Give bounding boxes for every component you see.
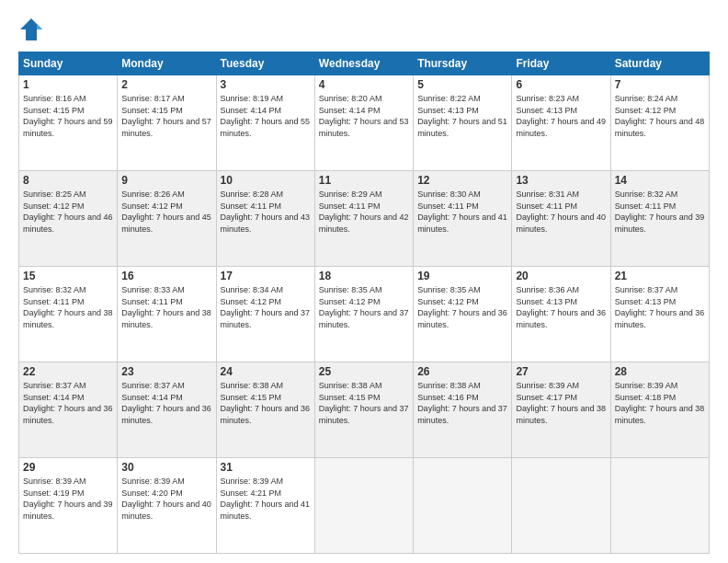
- col-header-monday: Monday: [118, 52, 216, 75]
- day-number: 4: [319, 78, 409, 91]
- calendar-cell: 27Sunrise: 8:39 AMSunset: 4:17 PMDayligh…: [512, 362, 610, 458]
- calendar-cell: 26Sunrise: 8:38 AMSunset: 4:16 PMDayligh…: [414, 362, 512, 458]
- calendar-cell: 20Sunrise: 8:36 AMSunset: 4:13 PMDayligh…: [512, 267, 610, 362]
- calendar-cell: 19Sunrise: 8:35 AMSunset: 4:12 PMDayligh…: [414, 267, 512, 362]
- logo-icon: [18, 17, 44, 42]
- calendar-cell: 28Sunrise: 8:39 AMSunset: 4:18 PMDayligh…: [610, 362, 709, 458]
- calendar-cell: 17Sunrise: 8:34 AMSunset: 4:12 PMDayligh…: [216, 267, 314, 362]
- page: SundayMondayTuesdayWednesdayThursdayFrid…: [0, 0, 728, 563]
- calendar-cell: 13Sunrise: 8:31 AMSunset: 4:11 PMDayligh…: [512, 171, 610, 267]
- calendar-week-row: 8Sunrise: 8:25 AMSunset: 4:12 PMDaylight…: [19, 171, 710, 267]
- day-number: 2: [121, 78, 211, 91]
- calendar-cell: 2Sunrise: 8:17 AMSunset: 4:15 PMDaylight…: [118, 75, 216, 171]
- calendar-cell: 4Sunrise: 8:20 AMSunset: 4:14 PMDaylight…: [314, 75, 413, 171]
- day-detail: Sunrise: 8:39 AMSunset: 4:21 PMDaylight:…: [221, 476, 311, 522]
- calendar-cell: 14Sunrise: 8:32 AMSunset: 4:11 PMDayligh…: [610, 171, 709, 267]
- day-detail: Sunrise: 8:35 AMSunset: 4:12 PMDaylight:…: [319, 284, 409, 330]
- day-detail: Sunrise: 8:38 AMSunset: 4:15 PMDaylight:…: [221, 380, 311, 426]
- day-number: 28: [615, 365, 705, 378]
- day-detail: Sunrise: 8:39 AMSunset: 4:20 PMDaylight:…: [121, 476, 211, 522]
- calendar-cell: 21Sunrise: 8:37 AMSunset: 4:13 PMDayligh…: [610, 267, 709, 362]
- calendar-cell: 11Sunrise: 8:29 AMSunset: 4:11 PMDayligh…: [314, 171, 413, 267]
- calendar-cell: 9Sunrise: 8:26 AMSunset: 4:12 PMDaylight…: [118, 171, 216, 267]
- logo: [18, 17, 48, 42]
- day-number: 1: [23, 78, 113, 91]
- day-detail: Sunrise: 8:38 AMSunset: 4:15 PMDaylight:…: [319, 380, 409, 426]
- day-detail: Sunrise: 8:28 AMSunset: 4:11 PMDaylight:…: [221, 189, 311, 235]
- col-header-sunday: Sunday: [19, 52, 118, 75]
- calendar-cell: [512, 458, 610, 554]
- calendar-cell: [414, 458, 512, 554]
- calendar-week-row: 15Sunrise: 8:32 AMSunset: 4:11 PMDayligh…: [19, 267, 710, 362]
- day-number: 7: [615, 78, 705, 91]
- day-detail: Sunrise: 8:29 AMSunset: 4:11 PMDaylight:…: [319, 189, 409, 235]
- calendar-cell: 12Sunrise: 8:30 AMSunset: 4:11 PMDayligh…: [414, 171, 512, 267]
- calendar-cell: 25Sunrise: 8:38 AMSunset: 4:15 PMDayligh…: [314, 362, 413, 458]
- day-number: 11: [319, 174, 409, 187]
- day-detail: Sunrise: 8:32 AMSunset: 4:11 PMDaylight:…: [615, 189, 705, 235]
- day-number: 26: [417, 365, 507, 378]
- day-number: 6: [516, 78, 606, 91]
- day-detail: Sunrise: 8:24 AMSunset: 4:12 PMDaylight:…: [615, 93, 705, 139]
- day-detail: Sunrise: 8:20 AMSunset: 4:14 PMDaylight:…: [319, 93, 409, 139]
- day-detail: Sunrise: 8:17 AMSunset: 4:15 PMDaylight:…: [121, 93, 211, 139]
- day-number: 8: [23, 174, 113, 187]
- day-number: 22: [23, 365, 113, 378]
- calendar-cell: 8Sunrise: 8:25 AMSunset: 4:12 PMDaylight…: [19, 171, 118, 267]
- calendar-cell: 18Sunrise: 8:35 AMSunset: 4:12 PMDayligh…: [314, 267, 413, 362]
- day-number: 5: [417, 78, 507, 91]
- day-number: 9: [121, 174, 211, 187]
- day-detail: Sunrise: 8:30 AMSunset: 4:11 PMDaylight:…: [417, 189, 507, 235]
- col-header-tuesday: Tuesday: [216, 52, 314, 75]
- day-number: 15: [23, 270, 113, 282]
- calendar-cell: 30Sunrise: 8:39 AMSunset: 4:20 PMDayligh…: [118, 458, 216, 554]
- calendar-cell: 31Sunrise: 8:39 AMSunset: 4:21 PMDayligh…: [216, 458, 314, 554]
- calendar-cell: 15Sunrise: 8:32 AMSunset: 4:11 PMDayligh…: [19, 267, 118, 362]
- day-number: 21: [615, 270, 705, 282]
- calendar-cell: [314, 458, 413, 554]
- col-header-saturday: Saturday: [610, 52, 709, 75]
- header: [18, 17, 710, 42]
- day-number: 27: [516, 365, 606, 378]
- day-detail: Sunrise: 8:26 AMSunset: 4:12 PMDaylight:…: [121, 189, 211, 235]
- day-number: 29: [23, 461, 113, 474]
- day-number: 30: [121, 461, 211, 474]
- day-detail: Sunrise: 8:37 AMSunset: 4:14 PMDaylight:…: [23, 380, 113, 426]
- day-number: 20: [516, 270, 606, 282]
- day-number: 14: [615, 174, 705, 187]
- day-detail: Sunrise: 8:37 AMSunset: 4:13 PMDaylight:…: [615, 284, 705, 330]
- day-detail: Sunrise: 8:36 AMSunset: 4:13 PMDaylight:…: [516, 284, 606, 330]
- calendar-cell: 6Sunrise: 8:23 AMSunset: 4:13 PMDaylight…: [512, 75, 610, 171]
- calendar: SundayMondayTuesdayWednesdayThursdayFrid…: [18, 52, 710, 554]
- col-header-thursday: Thursday: [414, 52, 512, 75]
- day-detail: Sunrise: 8:34 AMSunset: 4:12 PMDaylight:…: [221, 284, 311, 330]
- calendar-cell: 10Sunrise: 8:28 AMSunset: 4:11 PMDayligh…: [216, 171, 314, 267]
- day-number: 31: [221, 461, 311, 474]
- calendar-cell: 16Sunrise: 8:33 AMSunset: 4:11 PMDayligh…: [118, 267, 216, 362]
- calendar-week-row: 1Sunrise: 8:16 AMSunset: 4:15 PMDaylight…: [19, 75, 710, 171]
- calendar-week-row: 29Sunrise: 8:39 AMSunset: 4:19 PMDayligh…: [19, 458, 710, 554]
- calendar-cell: 1Sunrise: 8:16 AMSunset: 4:15 PMDaylight…: [19, 75, 118, 171]
- col-header-wednesday: Wednesday: [314, 52, 413, 75]
- day-detail: Sunrise: 8:16 AMSunset: 4:15 PMDaylight:…: [23, 93, 113, 139]
- day-number: 18: [319, 270, 409, 282]
- calendar-header-row: SundayMondayTuesdayWednesdayThursdayFrid…: [19, 52, 710, 75]
- day-detail: Sunrise: 8:23 AMSunset: 4:13 PMDaylight:…: [516, 93, 606, 139]
- day-detail: Sunrise: 8:38 AMSunset: 4:16 PMDaylight:…: [417, 380, 507, 426]
- day-detail: Sunrise: 8:22 AMSunset: 4:13 PMDaylight:…: [417, 93, 507, 139]
- day-number: 16: [121, 270, 211, 282]
- day-number: 13: [516, 174, 606, 187]
- day-detail: Sunrise: 8:25 AMSunset: 4:12 PMDaylight:…: [23, 189, 113, 235]
- day-detail: Sunrise: 8:35 AMSunset: 4:12 PMDaylight:…: [417, 284, 507, 330]
- day-detail: Sunrise: 8:19 AMSunset: 4:14 PMDaylight:…: [221, 93, 311, 139]
- day-number: 10: [221, 174, 311, 187]
- day-detail: Sunrise: 8:33 AMSunset: 4:11 PMDaylight:…: [121, 284, 211, 330]
- day-number: 25: [319, 365, 409, 378]
- day-detail: Sunrise: 8:31 AMSunset: 4:11 PMDaylight:…: [516, 189, 606, 235]
- svg-marker-1: [37, 24, 42, 29]
- calendar-cell: 3Sunrise: 8:19 AMSunset: 4:14 PMDaylight…: [216, 75, 314, 171]
- day-number: 23: [121, 365, 211, 378]
- day-detail: Sunrise: 8:32 AMSunset: 4:11 PMDaylight:…: [23, 284, 113, 330]
- calendar-cell: 22Sunrise: 8:37 AMSunset: 4:14 PMDayligh…: [19, 362, 118, 458]
- calendar-cell: 24Sunrise: 8:38 AMSunset: 4:15 PMDayligh…: [216, 362, 314, 458]
